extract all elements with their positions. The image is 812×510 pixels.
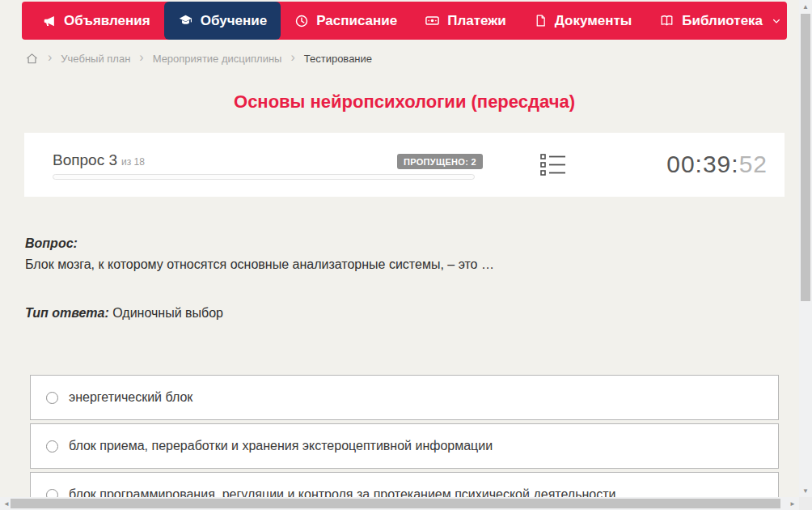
book-icon [659,13,675,28]
answer-option-1[interactable]: энергетический блок [30,375,779,420]
breadcrumb-separator: › [290,51,294,64]
breadcrumb-separator: › [48,51,52,64]
answer-type-value: Одиночный выбор [112,306,223,320]
question-header-card: Вопрос 3из 18 ПРОПУЩЕНО: 2 00:39:52 [24,133,785,197]
nav-item-label: Библиотека [682,13,763,29]
graduation-cap-icon [178,13,193,28]
scroll-right-icon[interactable]: ► [786,497,799,510]
progress-bar [53,174,475,180]
question-text: Блок мозга, к которому относятся основны… [25,257,769,272]
nav-item-label: Платежи [447,13,506,29]
breadcrumb-item-curriculum[interactable]: Учебный план [61,53,130,65]
question-number-label: Вопрос 3 [53,151,117,168]
document-icon [534,14,548,28]
nav-item-label: Расписание [316,13,397,29]
payment-icon [425,13,440,28]
nav-item-label: Обучение [201,13,267,29]
nav-item-label: Объявления [64,13,150,29]
test-timer: 00:39:52 [666,151,768,178]
answer-option-label: блок приема, переработки и хранения экст… [69,439,493,453]
megaphone-icon [42,14,57,28]
breadcrumb-separator: › [139,51,143,64]
main-navbar: Объявления Обучение Расписание [22,2,787,40]
nav-item-announcements[interactable]: Объявления [28,2,164,40]
nav-item-library[interactable]: Библиотека [645,2,795,40]
nav-item-label: Документы [555,13,632,29]
skipped-badge: ПРОПУЩЕНО: 2 [397,154,483,169]
nav-item-documents[interactable]: Документы [520,2,646,40]
vertical-scrollbar-thumb[interactable] [801,14,810,301]
question-number: Вопрос 3из 18 [53,151,145,169]
clock-icon [294,14,309,28]
horizontal-scrollbar-thumb[interactable] [11,499,780,508]
radio-icon[interactable] [46,440,58,453]
page-title: Основы нейропсихологии (пересдача) [24,91,785,113]
timer-seconds: 52 [739,151,768,177]
home-icon[interactable] [25,52,39,66]
answer-type-line: Тип ответа: Одиночный выбор [25,306,769,321]
question-label: Вопрос: [25,236,78,251]
scroll-up-icon[interactable]: ▲ [799,0,812,13]
breadcrumb: › Учебный план › Мероприятие дисциплины … [25,50,372,66]
question-of-total: из 18 [121,156,145,168]
chevron-down-icon [772,16,781,26]
answer-option-2[interactable]: блок приема, переработки и хранения экст… [30,423,779,469]
radio-icon[interactable] [46,392,58,404]
answer-option-label: энергетический блок [69,390,192,405]
answer-options: энергетический блок блок приема, перераб… [30,375,779,510]
horizontal-scrollbar[interactable]: ◄ ► [0,497,799,510]
nav-item-payments[interactable]: Платежи [411,2,520,40]
vertical-scrollbar[interactable]: ▲ ▼ [799,0,812,497]
question-list-button[interactable] [540,153,566,181]
nav-item-schedule[interactable]: Расписание [281,2,411,40]
answer-type-label: Тип ответа: [25,306,109,320]
scrollbar-corner [799,497,812,510]
nav-item-training[interactable]: Обучение [164,2,281,40]
scroll-down-icon[interactable]: ▼ [799,484,812,497]
question-list-icon [540,166,566,180]
breadcrumb-item-testing: Тестирование [304,53,372,65]
timer-hours-minutes: 00:39: [666,151,738,177]
breadcrumb-item-discipline-event[interactable]: Мероприятие дисциплины [153,53,282,65]
